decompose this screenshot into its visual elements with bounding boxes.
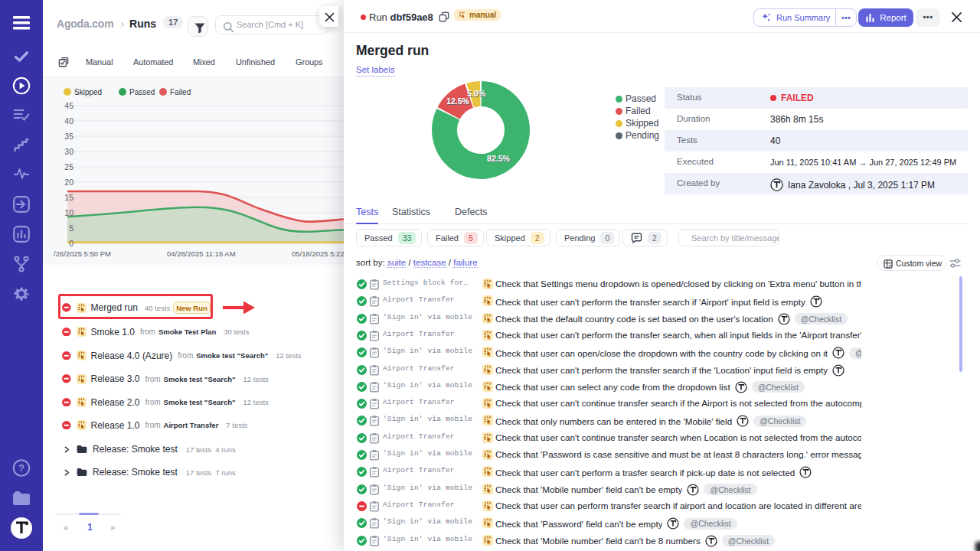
svg-text:12.5%: 12.5% xyxy=(446,96,469,106)
svg-text:?: ? xyxy=(18,462,24,474)
svg-text:82.5%: 82.5% xyxy=(487,154,510,163)
svg-text:5.0%: 5.0% xyxy=(467,89,486,98)
